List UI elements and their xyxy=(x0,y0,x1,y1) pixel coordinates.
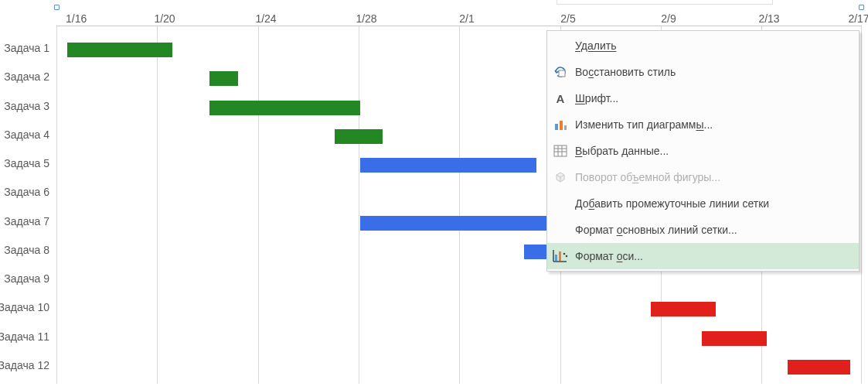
menu-label: Шрифт... xyxy=(575,92,618,104)
tooltip-remnant xyxy=(557,0,773,5)
gridline xyxy=(157,26,158,384)
task-label: Задача 7 xyxy=(4,215,49,228)
task-label: Задача 5 xyxy=(4,157,49,169)
menu-select-data[interactable]: Выбрать данные... xyxy=(547,138,859,164)
menu-format-axis[interactable]: Формат оси... xyxy=(547,243,859,269)
bar-task8[interactable] xyxy=(524,245,546,259)
svg-rect-4 xyxy=(554,145,567,156)
bar-task10[interactable] xyxy=(651,302,716,316)
menu-format-major-gridlines[interactable]: Формат основных линий сетки... xyxy=(547,217,859,243)
gridline xyxy=(359,26,359,384)
menu-label: Изменить тип диаграммы... xyxy=(575,118,713,131)
x-tick: 2/9 xyxy=(661,12,676,25)
menu-label: Формат оси... xyxy=(575,250,643,262)
menu-label: Удалить xyxy=(575,39,616,52)
task-label: Задача 3 xyxy=(4,100,49,112)
context-menu: Удалить Восстановить стиль A Шрифт... Из… xyxy=(546,30,859,272)
font-icon: A xyxy=(552,90,569,107)
bar-task3[interactable] xyxy=(209,101,360,115)
x-tick: 2/5 xyxy=(560,12,575,25)
reset-icon xyxy=(552,63,569,80)
x-tick: 1/24 xyxy=(255,12,276,25)
bar-chart-icon xyxy=(552,116,569,133)
menu-reset-style[interactable]: Восстановить стиль xyxy=(547,59,859,85)
menu-add-minor-gridlines[interactable]: Добавить промежуточные линии сетки xyxy=(547,190,859,217)
bar-task11[interactable] xyxy=(702,331,767,346)
task-label: Задача 12 xyxy=(0,359,49,371)
x-tick: 1/28 xyxy=(356,12,376,25)
x-tick: 2/1 xyxy=(459,12,474,25)
task-label: Задача 4 xyxy=(4,128,49,141)
bar-task1[interactable] xyxy=(67,43,172,57)
svg-rect-0 xyxy=(559,70,565,77)
x-tick: 1/16 xyxy=(66,12,87,25)
svg-rect-2 xyxy=(560,121,563,130)
menu-label: Добавить промежуточные линии сетки xyxy=(575,197,769,210)
menu-change-chart-type[interactable]: Изменить тип диаграммы... xyxy=(547,111,859,138)
table-icon xyxy=(552,142,569,159)
svg-rect-10 xyxy=(559,251,561,261)
y-axis[interactable]: Задача 1 Задача 2 Задача 3 Задача 4 Зада… xyxy=(0,26,56,384)
task-label: Задача 1 xyxy=(4,42,49,54)
task-label: Задача 2 xyxy=(4,70,49,83)
x-tick: 2/17 xyxy=(848,12,868,25)
svg-rect-3 xyxy=(564,125,567,130)
menu-delete[interactable]: Удалить xyxy=(547,32,859,59)
gridline xyxy=(56,26,57,384)
x-axis[interactable]: 1/16 1/20 1/24 1/28 2/1 2/5 2/9 2/13 2/1… xyxy=(56,12,862,25)
menu-label: Восстановить стиль xyxy=(575,66,676,78)
bar-task2[interactable] xyxy=(209,71,238,86)
axis-selection-handle[interactable] xyxy=(54,5,60,10)
cube-icon xyxy=(552,169,569,186)
menu-label: Формат основных линий сетки... xyxy=(575,224,737,236)
gridline xyxy=(258,26,259,384)
menu-3d-rotation: Поворот объемной фигуры... xyxy=(547,164,859,190)
menu-label: Выбрать данные... xyxy=(575,145,669,157)
svg-rect-1 xyxy=(555,124,558,130)
axis-selection-handle[interactable] xyxy=(859,5,864,10)
gridline xyxy=(459,26,460,384)
bar-task12[interactable] xyxy=(788,360,850,375)
bar-task4[interactable] xyxy=(335,129,383,144)
bar-task5[interactable] xyxy=(360,158,536,173)
axis-icon xyxy=(552,248,569,265)
menu-label: Поворот объемной фигуры... xyxy=(575,171,720,183)
task-label: Задача 9 xyxy=(4,272,49,285)
svg-point-13 xyxy=(563,253,566,255)
x-tick: 2/13 xyxy=(758,12,779,25)
menu-font[interactable]: A Шрифт... xyxy=(547,85,859,111)
x-tick: 1/20 xyxy=(154,12,175,25)
svg-point-14 xyxy=(566,255,568,258)
task-label: Задача 6 xyxy=(4,186,49,198)
task-label: Задача 11 xyxy=(0,330,49,343)
gridline xyxy=(861,26,862,384)
task-label: Задача 10 xyxy=(0,301,49,313)
svg-rect-9 xyxy=(555,255,557,261)
task-label: Задача 8 xyxy=(4,244,49,256)
